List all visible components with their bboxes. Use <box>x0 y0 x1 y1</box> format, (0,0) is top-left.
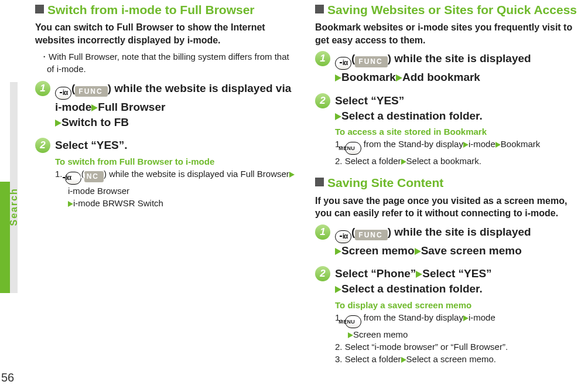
sc-step-1: 1 iα(FUNC) while the site is displayed S… <box>315 224 579 258</box>
svg-marker-9 <box>401 159 406 165</box>
svg-marker-7 <box>463 142 469 148</box>
lede-left: You can switch to Full Browser to show t… <box>35 21 299 46</box>
side-tab-label: Search <box>9 219 19 226</box>
left-step-1: 1 iα(FUNC) while the website is displaye… <box>35 81 299 130</box>
svg-marker-16 <box>401 357 406 363</box>
arrow-right-icon <box>348 332 353 338</box>
substeps: 1. MENU from the Stand-by displayi-modeB… <box>335 138 579 167</box>
arrow-right-icon <box>68 201 73 207</box>
svg-marker-12 <box>416 271 422 278</box>
step-number-icon: 2 <box>35 138 50 153</box>
sc-step-2: 2 Select “Phone”Select “YES” Select a de… <box>315 266 579 365</box>
substep-3: 3. Select a folderSelect a screen memo. <box>335 353 579 365</box>
substep-1-cont: Screen memo <box>335 328 579 341</box>
right-step-2: 2 Select “YES” Select a destination fold… <box>315 93 579 167</box>
lede-right: Bookmark websites or i-mode sites you fr… <box>315 21 579 46</box>
svg-marker-1 <box>55 120 61 127</box>
arrow-right-icon <box>463 142 469 148</box>
svg-marker-13 <box>335 286 341 293</box>
svg-marker-8 <box>495 142 501 148</box>
func-chip-icon: FUNC <box>355 56 387 67</box>
svg-marker-15 <box>348 332 353 338</box>
menu-key-icon: MENU <box>345 142 361 155</box>
step-number-icon: 2 <box>315 93 330 108</box>
step-1-title: iα(FUNC) while the website is displayed … <box>55 81 299 130</box>
arrow-right-icon <box>463 315 469 321</box>
substep-1: 1. iα(FUNC) while the website is display… <box>55 168 299 197</box>
arrow-right-icon <box>55 120 61 127</box>
svg-marker-3 <box>68 201 73 207</box>
arrow-right-icon <box>335 248 341 255</box>
subheading: To display a saved screen memo <box>335 300 579 310</box>
heading-switch-browsers: Switch from i-mode to Full Browser <box>35 2 299 18</box>
arrow-right-icon <box>335 113 341 120</box>
func-chip-icon: FUNC <box>355 230 387 240</box>
substep-1: 1. MENU from the Stand-by displayi-modeB… <box>335 138 579 155</box>
right-step-1: 1 iα(FUNC) while the site is displayed B… <box>315 51 579 85</box>
svg-marker-5 <box>396 74 402 81</box>
square-bullet-icon <box>315 5 324 13</box>
svg-marker-10 <box>335 248 341 255</box>
menu-key-icon: MENU <box>345 315 361 328</box>
i-alpha-key-icon: iα <box>335 57 351 70</box>
substep-2: 2. Select “i-mode browser” or “Full Brow… <box>335 341 579 353</box>
step-2-title: Select “YES” Select a destination folder… <box>335 93 579 123</box>
arrow-right-icon <box>401 357 406 363</box>
arrow-right-icon <box>289 172 295 178</box>
substeps: 1. iα(FUNC) while the website is display… <box>55 168 299 209</box>
right-column: Saving Websites or Sites for Quick Acces… <box>315 0 583 373</box>
lede-site-content: If you save the page once you visited as… <box>315 195 579 220</box>
square-bullet-icon <box>35 5 44 13</box>
substep-2: 2. Select a folderSelect a bookmark. <box>335 155 579 167</box>
arrow-right-icon <box>495 142 501 148</box>
subheading: To access a site stored in Bookmark <box>335 127 579 137</box>
arrow-right-icon <box>335 286 341 293</box>
note-left: ・With Full Browser, note that the billin… <box>35 51 299 75</box>
i-alpha-key-icon: iα <box>55 87 71 100</box>
heading-text: Saving Site Content <box>327 176 443 189</box>
func-chip-icon: FUNC <box>84 171 104 182</box>
heading-saving-site-content: Saving Site Content <box>315 175 579 190</box>
left-step-2: 2 Select “YES”. To switch from Full Brow… <box>35 138 299 209</box>
arrow-right-icon <box>415 248 421 255</box>
svg-marker-11 <box>415 248 421 255</box>
step-2-title: Select “Phone”Select “YES” Select a dest… <box>335 266 579 296</box>
page-number: 56 <box>1 371 14 384</box>
svg-marker-4 <box>335 74 341 81</box>
step-number-icon: 1 <box>315 51 330 66</box>
square-bullet-icon <box>315 178 324 186</box>
svg-marker-2 <box>289 172 295 178</box>
subheading: To switch from Full Browser to i-mode <box>55 156 299 166</box>
arrow-right-icon <box>416 271 422 278</box>
arrow-right-icon <box>396 74 402 81</box>
left-column: Switch from i-mode to Full Browser You c… <box>35 0 303 373</box>
svg-marker-0 <box>91 104 98 111</box>
substep-1: 1. MENU from the Stand-by displayi-mode <box>335 311 579 328</box>
step-1-title: iα(FUNC) while the site is displayed Scr… <box>335 224 579 258</box>
svg-marker-6 <box>335 113 341 120</box>
step-1-title: iα(FUNC) while the site is displayed Boo… <box>335 51 579 85</box>
step-2-title: Select “YES”. <box>55 138 299 153</box>
substeps: 1. MENU from the Stand-by displayi-mode … <box>335 311 579 365</box>
step-number-icon: 1 <box>35 81 50 96</box>
i-alpha-key-icon: iα <box>335 230 351 243</box>
arrow-right-icon <box>401 159 406 165</box>
heading-saving-websites: Saving Websites or Sites for Quick Acces… <box>315 2 579 18</box>
heading-text: Switch from i-mode to Full Browser <box>47 3 255 16</box>
side-tab: Search <box>0 82 18 293</box>
svg-marker-14 <box>463 315 469 321</box>
arrow-right-icon <box>91 104 98 111</box>
step-number-icon: 2 <box>315 266 330 281</box>
heading-text: Saving Websites or Sites for Quick Acces… <box>327 3 577 16</box>
substep-1-cont: i-mode BRWSR Switch <box>55 197 299 209</box>
step-number-icon: 1 <box>315 224 330 240</box>
func-chip-icon: FUNC <box>75 86 107 97</box>
arrow-right-icon <box>335 74 341 81</box>
